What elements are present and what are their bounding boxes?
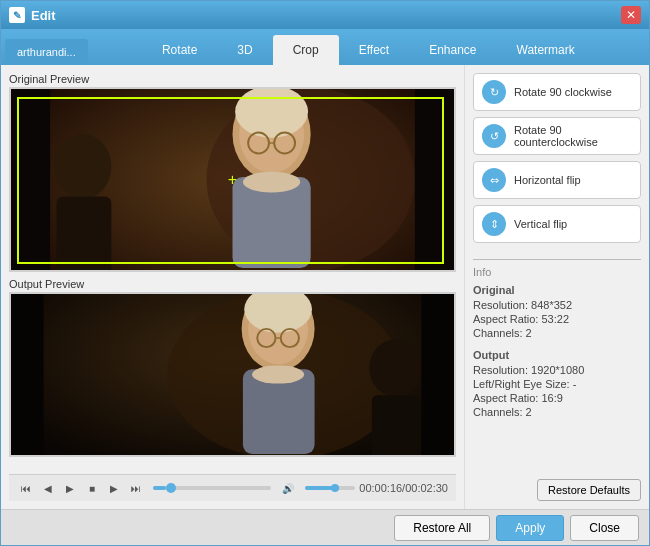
svg-rect-13 xyxy=(415,89,454,270)
right-panel: ↻ Rotate 90 clockwise ↺ Rotate 90 counte… xyxy=(464,65,649,509)
svg-point-10 xyxy=(54,134,111,199)
bottom-bar: Restore All Apply Close xyxy=(1,509,649,545)
main-window: ✎ Edit ✕ arthurandi... Rotate 3D Crop Ef… xyxy=(0,0,650,546)
window-title: Edit xyxy=(31,8,621,23)
restore-all-button[interactable]: Restore All xyxy=(394,515,490,541)
tab-3d[interactable]: 3D xyxy=(217,35,272,65)
original-scene-svg xyxy=(11,89,454,270)
left-panel: Original Preview xyxy=(1,65,464,509)
svg-rect-27 xyxy=(421,294,454,455)
rotate-cw-icon: ↻ xyxy=(482,80,506,104)
tab-rotate[interactable]: Rotate xyxy=(142,35,217,65)
svg-rect-26 xyxy=(11,294,44,455)
progress-fill xyxy=(153,486,166,490)
vflip-button[interactable]: ⇕ Vertical flip xyxy=(473,205,641,243)
step-back-button[interactable]: ◀ xyxy=(39,479,57,497)
volume-bar[interactable] xyxy=(305,486,355,490)
svg-rect-12 xyxy=(11,89,50,270)
original-scene xyxy=(11,89,454,270)
tab-enhance[interactable]: Enhance xyxy=(409,35,496,65)
close-button[interactable]: Close xyxy=(570,515,639,541)
skip-forward-button[interactable]: ⏭ xyxy=(127,479,145,497)
time-display: 00:00:16/00:02:30 xyxy=(359,482,448,494)
tab-effect[interactable]: Effect xyxy=(339,35,409,65)
titlebar: ✎ Edit ✕ xyxy=(1,1,649,29)
apply-button[interactable]: Apply xyxy=(496,515,564,541)
output-preview-label: Output Preview xyxy=(9,278,456,290)
step-forward-button[interactable]: ▶ xyxy=(105,479,123,497)
restore-defaults-button[interactable]: Restore Defaults xyxy=(537,479,641,501)
volume-icon[interactable]: 🔊 xyxy=(279,479,297,497)
controls-bar: ⏮ ◀ ▶ ■ ▶ ⏭ 🔊 00:00:16/00:02:30 xyxy=(9,474,456,501)
output-preview-section: Output Preview xyxy=(9,278,456,468)
content-area: Original Preview xyxy=(1,65,649,509)
original-aspect-ratio: Aspect Ratio: 53:22 xyxy=(473,313,641,325)
tabs-bar: arthurandi... Rotate 3D Crop Effect Enha… xyxy=(1,29,649,65)
progress-handle[interactable] xyxy=(166,483,176,493)
svg-point-24 xyxy=(369,339,421,396)
info-section-label: Info xyxy=(473,266,641,278)
output-scene xyxy=(11,294,454,455)
output-info-label: Output xyxy=(473,349,641,361)
tab-watermark[interactable]: Watermark xyxy=(497,35,595,65)
svg-rect-25 xyxy=(372,395,422,455)
rotate-cw-button[interactable]: ↻ Rotate 90 clockwise xyxy=(473,73,641,111)
original-preview: + xyxy=(9,87,456,272)
output-aspect-ratio: Aspect Ratio: 16:9 xyxy=(473,392,641,404)
progress-bar[interactable] xyxy=(153,486,271,490)
output-scene-svg xyxy=(11,294,454,455)
original-preview-label: Original Preview xyxy=(9,73,456,85)
output-channels: Channels: 2 xyxy=(473,406,641,418)
stop-button[interactable]: ■ xyxy=(83,479,101,497)
info-section: Info Original Resolution: 848*352 Aspect… xyxy=(473,249,641,473)
svg-point-23 xyxy=(252,365,304,383)
output-resolution: Resolution: 1920*1080 xyxy=(473,364,641,376)
vflip-icon: ⇕ xyxy=(482,212,506,236)
output-preview xyxy=(9,292,456,457)
hflip-button[interactable]: ⇔ Horizontal flip xyxy=(473,161,641,199)
original-channels: Channels: 2 xyxy=(473,327,641,339)
file-tab[interactable]: arthurandi... xyxy=(5,39,88,65)
nav-tabs: Rotate 3D Crop Effect Enhance Watermark xyxy=(92,29,645,65)
hflip-icon: ⇔ xyxy=(482,168,506,192)
original-resolution: Resolution: 848*352 xyxy=(473,299,641,311)
restore-defaults-container: Restore Defaults xyxy=(473,479,641,501)
volume-handle[interactable] xyxy=(331,484,339,492)
app-icon: ✎ xyxy=(9,7,25,23)
skip-back-button[interactable]: ⏮ xyxy=(17,479,35,497)
play-button[interactable]: ▶ xyxy=(61,479,79,497)
svg-rect-11 xyxy=(57,196,112,270)
original-info-label: Original xyxy=(473,284,641,296)
close-window-button[interactable]: ✕ xyxy=(621,6,641,24)
info-divider xyxy=(473,259,641,260)
output-left-right: Left/Right Eye Size: - xyxy=(473,378,641,390)
svg-point-9 xyxy=(243,172,300,193)
tab-crop[interactable]: Crop xyxy=(273,35,339,65)
rotate-ccw-button[interactable]: ↺ Rotate 90 counterclockwise xyxy=(473,117,641,155)
rotate-ccw-icon: ↺ xyxy=(482,124,506,148)
original-preview-section: Original Preview xyxy=(9,73,456,272)
